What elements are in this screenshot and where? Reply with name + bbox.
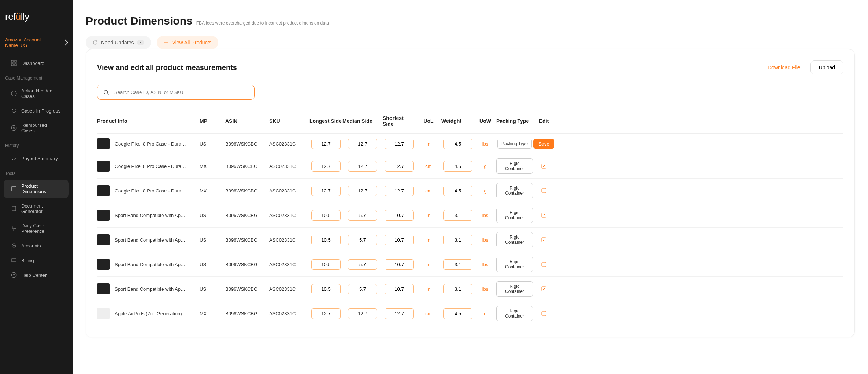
packing-select[interactable]: Rigid Container <box>496 158 533 174</box>
median-input[interactable] <box>348 139 377 149</box>
cell-sku: ASC02331C <box>269 237 309 243</box>
shortest-input[interactable] <box>385 284 414 294</box>
cell-asin: B096WSKCBG <box>225 164 269 169</box>
sidebar-item-label: Reimbursed Cases <box>21 122 62 133</box>
median-input[interactable] <box>348 308 377 319</box>
packing-select[interactable]: Rigid Container <box>496 183 533 198</box>
sidebar-item-doc-generator[interactable]: Document Generator <box>4 199 69 218</box>
sidebar-item-dashboard[interactable]: Dashboard <box>4 56 69 70</box>
weight-input[interactable] <box>443 139 472 149</box>
packing-select[interactable]: Rigid Container <box>496 281 533 297</box>
svg-line-30 <box>107 94 109 95</box>
shortest-input[interactable] <box>385 308 414 319</box>
uol-select[interactable]: in <box>416 262 441 267</box>
median-input[interactable] <box>348 161 377 172</box>
uow-select[interactable]: lbs <box>474 286 496 292</box>
weight-input[interactable] <box>443 235 472 245</box>
sidebar-item-help[interactable]: ? Help Center <box>4 268 69 282</box>
col-product-info: Product Info <box>97 118 200 124</box>
save-button[interactable]: Save <box>533 139 554 149</box>
download-button[interactable]: Download File <box>763 61 805 74</box>
shortest-input[interactable] <box>385 161 414 172</box>
uow-select[interactable]: lbs <box>474 141 496 147</box>
tab-view-all[interactable]: View All Products <box>157 36 218 49</box>
account-selector[interactable]: Amazon Account Name_US <box>5 33 67 52</box>
uow-select[interactable]: lbs <box>474 237 496 243</box>
longest-input[interactable] <box>311 259 341 270</box>
edit-button[interactable] <box>533 261 555 267</box>
median-input[interactable] <box>348 186 377 196</box>
product-thumb <box>97 259 110 270</box>
median-input[interactable] <box>348 235 377 245</box>
table-row: Google Pixel 8 Pro Case - Durable Prot… … <box>97 134 843 154</box>
uol-select[interactable]: in <box>416 141 441 147</box>
uol-select[interactable]: cm <box>416 188 441 194</box>
longest-input[interactable] <box>311 161 341 172</box>
sidebar-section-history: History <box>0 138 73 151</box>
uol-select[interactable]: in <box>416 286 441 292</box>
sidebar-item-daily-pref[interactable]: Daily Case Preference <box>4 219 69 238</box>
weight-input[interactable] <box>443 210 472 221</box>
sidebar-item-label: Product Dimensions <box>21 183 62 194</box>
weight-input[interactable] <box>443 308 472 319</box>
sidebar-item-product-dimensions[interactable]: Product Dimensions <box>4 180 69 198</box>
edit-button[interactable] <box>533 237 555 243</box>
packing-select[interactable]: Rigid Container <box>496 232 533 247</box>
shortest-input[interactable] <box>385 235 414 245</box>
median-input[interactable] <box>348 259 377 270</box>
edit-button[interactable] <box>533 311 555 316</box>
sidebar-item-reimbursed[interactable]: $ Reimbursed Cases <box>4 119 69 137</box>
uow-select[interactable]: lbs <box>474 213 496 218</box>
tab-need-updates[interactable]: Need Updates 3 <box>86 36 151 49</box>
sidebar-item-accounts[interactable]: Accounts <box>4 239 69 252</box>
sidebar-item-action-needed[interactable]: Action Needed Cases <box>4 84 69 103</box>
shortest-input[interactable] <box>385 210 414 221</box>
median-input[interactable] <box>348 284 377 294</box>
packing-select[interactable]: Rigid Container <box>496 257 533 272</box>
shortest-input[interactable] <box>385 259 414 270</box>
shortest-input[interactable] <box>385 139 414 149</box>
longest-input[interactable] <box>311 235 341 245</box>
edit-button[interactable] <box>533 163 555 169</box>
weight-input[interactable] <box>443 284 472 294</box>
median-input[interactable] <box>348 210 377 221</box>
svg-rect-9 <box>12 187 16 191</box>
dollar-icon: $ <box>11 125 17 131</box>
edit-button[interactable] <box>533 212 555 218</box>
main-content: Product Dimensions FBA fees were overcha… <box>73 0 868 374</box>
longest-input[interactable] <box>311 186 341 196</box>
product-thumb <box>97 283 110 294</box>
longest-input[interactable] <box>311 284 341 294</box>
longest-input[interactable] <box>311 210 341 221</box>
edit-button[interactable] <box>533 188 555 194</box>
uow-select[interactable]: g <box>474 164 496 169</box>
shortest-input[interactable] <box>385 186 414 196</box>
longest-input[interactable] <box>311 139 341 149</box>
sidebar-item-payout[interactable]: Payout Summary <box>4 152 69 165</box>
longest-input[interactable] <box>311 308 341 319</box>
cell-sku: ASC02331C <box>269 286 309 292</box>
uow-select[interactable]: lbs <box>474 262 496 267</box>
weight-input[interactable] <box>443 186 472 196</box>
product-thumb <box>97 138 110 149</box>
upload-button[interactable]: Upload <box>810 60 843 74</box>
sliders-icon <box>11 225 17 231</box>
weight-input[interactable] <box>443 161 472 172</box>
product-name: Google Pixel 8 Pro Case - Durable Prot… <box>115 188 188 194</box>
packing-select[interactable]: Packing Type <box>497 139 532 149</box>
weight-input[interactable] <box>443 259 472 270</box>
uol-select[interactable]: in <box>416 213 441 218</box>
sidebar-item-cases-progress[interactable]: Cases In Progress <box>4 104 69 117</box>
search-input[interactable] <box>97 85 255 100</box>
uow-select[interactable]: g <box>474 188 496 194</box>
packing-select[interactable]: Rigid Container <box>496 306 533 321</box>
uol-select[interactable]: cm <box>416 311 441 316</box>
packing-select[interactable]: Rigid Container <box>496 208 533 223</box>
sidebar-section-case-mgmt: Case Management <box>0 70 73 84</box>
edit-button[interactable] <box>533 286 555 292</box>
uow-select[interactable]: g <box>474 311 496 316</box>
sidebar-item-billing[interactable]: Billing <box>4 254 69 267</box>
uol-select[interactable]: in <box>416 237 441 243</box>
help-icon: ? <box>11 272 17 278</box>
uol-select[interactable]: cm <box>416 164 441 169</box>
